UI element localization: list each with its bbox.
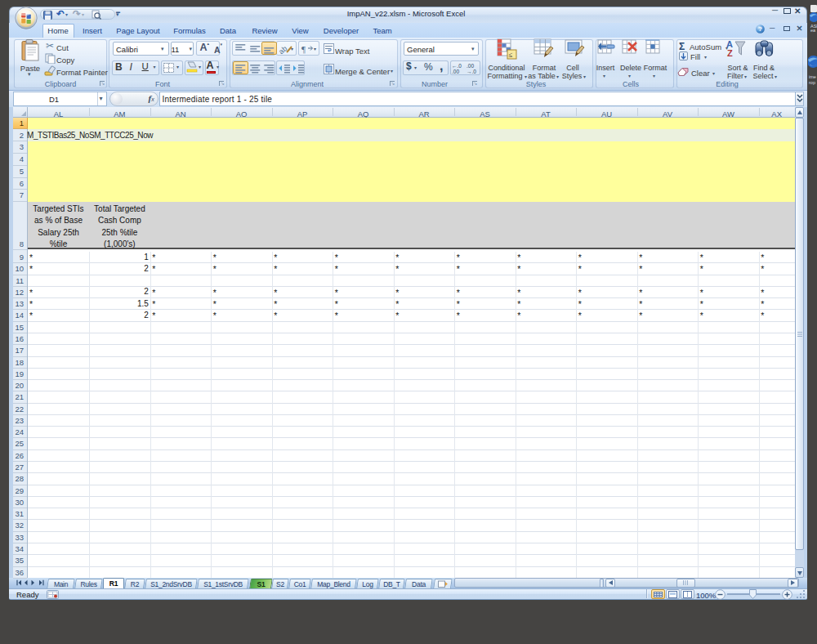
svg-text:Z: Z (727, 48, 733, 58)
svg-text:¶: ¶ (301, 44, 306, 54)
svg-text:.00: .00 (452, 69, 459, 74)
svg-text:?: ? (758, 25, 762, 33)
svg-text:ab: ab (279, 44, 288, 55)
svg-text:≤: ≤ (509, 51, 513, 59)
svg-text:→.0: →.0 (467, 69, 476, 74)
